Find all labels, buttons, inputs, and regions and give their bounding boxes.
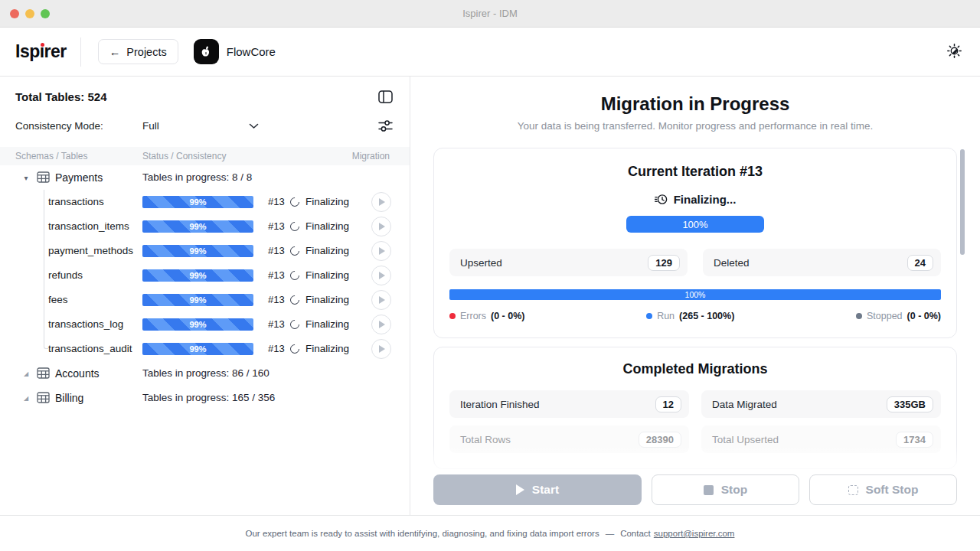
table-grid-icon bbox=[37, 392, 50, 403]
iteration-number: #13 bbox=[268, 337, 285, 361]
schema-row-payments[interactable]: ▾PaymentsTables in progress: 8 / 8 bbox=[0, 165, 410, 190]
schema-children: transactions99%#13Finalizingtransaction_… bbox=[0, 190, 410, 361]
table-row-transactions_log[interactable]: transactions_log99%#13Finalizing bbox=[0, 312, 410, 337]
window-title: Ispirer - IDM bbox=[0, 8, 980, 19]
table-progress-bar: 99% bbox=[142, 269, 253, 282]
schema-name: Billing bbox=[55, 386, 83, 410]
logo-red-dot bbox=[41, 43, 44, 47]
spinner-icon bbox=[289, 342, 302, 355]
completed-stat-data-migrated: Data Migrated335GB bbox=[701, 390, 941, 418]
chevron-expanded-icon[interactable]: ▾ bbox=[21, 165, 31, 190]
schema-row-accounts[interactable]: ◢AccountsTables in progress: 86 / 160 bbox=[0, 361, 410, 386]
table-state: Finalizing bbox=[305, 239, 349, 263]
collapse-panel-button[interactable] bbox=[377, 89, 394, 105]
completed-stat-iteration-finished: Iteration Finished12 bbox=[449, 390, 689, 418]
table-name: transactions bbox=[48, 190, 104, 214]
stopped-dot-icon bbox=[856, 313, 862, 319]
consistency-mode-select[interactable]: Full bbox=[142, 120, 259, 132]
overall-progress-bar: 100% bbox=[449, 289, 941, 300]
sidebar-panel-icon bbox=[378, 90, 393, 103]
table-row-refunds[interactable]: refunds99%#13Finalizing bbox=[0, 263, 410, 288]
sliders-icon bbox=[378, 119, 393, 132]
clock-history-icon bbox=[655, 193, 668, 206]
table-name: fees bbox=[48, 288, 68, 312]
iteration-number: #13 bbox=[268, 288, 285, 312]
table-state: Finalizing bbox=[305, 337, 349, 361]
run-table-button[interactable] bbox=[371, 315, 391, 334]
run-table-button[interactable] bbox=[371, 192, 391, 212]
table-name: payment_methods bbox=[48, 239, 133, 263]
run-table-button[interactable] bbox=[371, 339, 391, 359]
ispirer-logo: Ispirer bbox=[15, 41, 67, 62]
apple-icon bbox=[198, 44, 214, 60]
table-name: transaction_items bbox=[48, 214, 129, 239]
scrollbar-thumb[interactable] bbox=[960, 149, 965, 255]
play-icon bbox=[379, 272, 385, 279]
footer-contact-label: Contact bbox=[620, 529, 651, 538]
stop-button[interactable]: Stop bbox=[652, 474, 799, 505]
table-row-payment_methods[interactable]: payment_methods99%#13Finalizing bbox=[0, 239, 410, 263]
deleted-stat: Deleted 24 bbox=[703, 249, 941, 276]
start-button[interactable]: Start bbox=[433, 474, 642, 505]
table-grid-icon bbox=[37, 171, 50, 183]
migration-panel: Migration in Progress Your data is being… bbox=[410, 77, 980, 515]
spinner-icon bbox=[289, 244, 302, 257]
run-table-button[interactable] bbox=[371, 241, 391, 261]
spinner-icon bbox=[289, 318, 302, 331]
schema-status: Tables in progress: 165 / 356 bbox=[142, 386, 275, 410]
schema-status: Tables in progress: 86 / 160 bbox=[142, 361, 270, 386]
table-progress-bar: 99% bbox=[142, 294, 253, 306]
table-state: Finalizing bbox=[305, 263, 349, 288]
schema-tables-panel: Total Tables: 524 Consistency Mode: Full bbox=[0, 77, 410, 515]
sun-moon-icon bbox=[947, 44, 962, 58]
col-schemas-tables: Schemas / Tables bbox=[15, 151, 142, 161]
upserted-stat: Upserted 129 bbox=[449, 249, 688, 276]
table-row-transactions[interactable]: transactions99%#13Finalizing bbox=[0, 190, 410, 214]
play-icon bbox=[379, 296, 385, 304]
table-state: Finalizing bbox=[305, 214, 349, 239]
consistency-mode-label: Consistency Mode: bbox=[15, 120, 142, 132]
progress-legend: Errors (0 - 0%) Run (265 - 100%) Stopped… bbox=[449, 311, 941, 321]
table-state: Finalizing bbox=[305, 312, 349, 337]
flowcore-app-icon bbox=[194, 39, 219, 64]
table-column-headers: Schemas / Tables Status / Consistency Mi… bbox=[0, 147, 410, 165]
soft-stop-button[interactable]: Soft Stop bbox=[809, 474, 957, 505]
table-row-transaction_items[interactable]: transaction_items99%#13Finalizing bbox=[0, 214, 410, 239]
schema-row-billing[interactable]: ◢BillingTables in progress: 165 / 356 bbox=[0, 386, 410, 410]
theme-toggle-button[interactable] bbox=[944, 41, 965, 64]
table-progress-bar: 99% bbox=[142, 343, 253, 355]
run-table-button[interactable] bbox=[371, 217, 391, 236]
deleted-count-badge: 24 bbox=[907, 255, 933, 271]
schema-status: Tables in progress: 8 / 8 bbox=[142, 165, 252, 190]
table-name: transactions_log bbox=[48, 312, 123, 337]
schema-name: Accounts bbox=[55, 361, 100, 386]
chevron-collapsed-icon[interactable]: ◢ bbox=[21, 386, 31, 410]
table-row-transactions_audit[interactable]: transactions_audit99%#13Finalizing bbox=[0, 337, 410, 361]
iteration-number: #13 bbox=[268, 190, 285, 214]
spinner-icon bbox=[289, 269, 302, 282]
iteration-number: #13 bbox=[268, 239, 285, 263]
back-to-projects-button[interactable]: ← Projects bbox=[98, 39, 178, 64]
table-progress-bar: 99% bbox=[142, 318, 253, 331]
chevron-down-icon bbox=[249, 123, 259, 129]
iteration-number: #13 bbox=[268, 214, 285, 239]
support-email-link[interactable]: support@ispirer.com bbox=[654, 529, 735, 538]
legend-errors: Errors (0 - 0%) bbox=[449, 311, 524, 321]
back-arrow-icon: ← bbox=[109, 46, 121, 58]
run-table-button[interactable] bbox=[371, 290, 391, 310]
header-divider bbox=[80, 37, 81, 67]
table-progress-bar: 99% bbox=[142, 196, 253, 208]
footer-dash: — bbox=[606, 529, 615, 538]
page-subtitle: Your data is being transferred. Monitor … bbox=[410, 120, 980, 132]
chevron-collapsed-icon[interactable]: ◢ bbox=[21, 361, 31, 386]
table-state: Finalizing bbox=[305, 190, 349, 214]
upserted-count-badge: 129 bbox=[648, 255, 680, 271]
filter-settings-button[interactable] bbox=[377, 118, 394, 134]
errors-dot-icon bbox=[449, 313, 456, 319]
play-icon bbox=[516, 484, 524, 495]
table-state: Finalizing bbox=[305, 288, 349, 312]
table-row-fees[interactable]: fees99%#13Finalizing bbox=[0, 288, 410, 312]
stop-square-icon bbox=[704, 485, 714, 495]
play-icon bbox=[379, 321, 385, 328]
run-table-button[interactable] bbox=[371, 266, 391, 285]
